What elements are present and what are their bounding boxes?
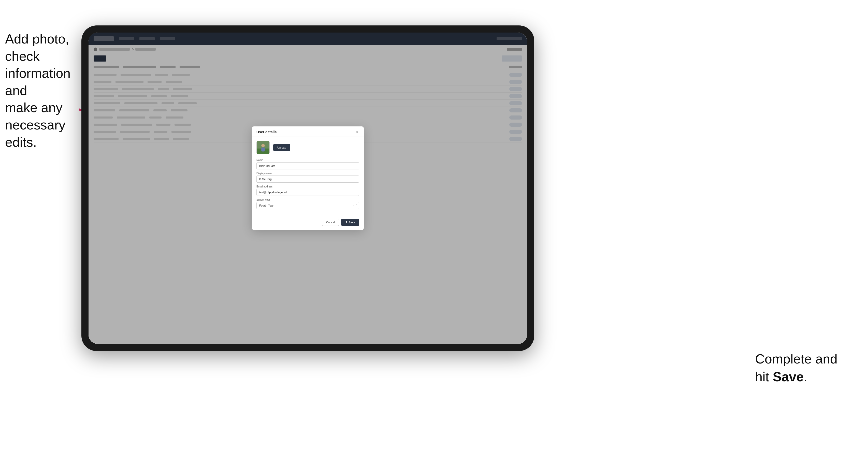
- school-year-field-group: School Year Fourth Year × ⌃: [256, 198, 359, 209]
- modal-footer: Cancel ⬆ Save: [252, 216, 364, 230]
- cancel-button[interactable]: Cancel: [322, 219, 339, 226]
- email-label: Email address: [256, 185, 359, 188]
- name-field-group: Name: [256, 159, 359, 169]
- chevron-down-icon[interactable]: ⌃: [355, 204, 358, 207]
- upload-photo-button[interactable]: Upload: [273, 144, 290, 151]
- save-button[interactable]: ⬆ Save: [341, 219, 359, 226]
- school-year-select-wrapper: Fourth Year × ⌃: [256, 202, 359, 209]
- display-name-field-group: Display name: [256, 172, 359, 183]
- annotation-right-line1: Complete and: [755, 351, 837, 366]
- user-photo-svg: [257, 141, 270, 154]
- name-label: Name: [256, 159, 359, 161]
- tablet-device: User details ×: [82, 25, 534, 351]
- annotation-left: Add photo, check information and make an…: [5, 31, 82, 151]
- school-year-value: Fourth Year: [259, 204, 274, 207]
- school-year-select[interactable]: Fourth Year: [256, 202, 359, 209]
- display-name-input[interactable]: [256, 176, 359, 183]
- annotation-right-line2: hit: [755, 369, 773, 384]
- save-icon: ⬆: [345, 221, 347, 224]
- app-background: User details ×: [89, 33, 527, 344]
- modal-overlay: User details ×: [89, 33, 527, 344]
- modal-title: User details: [256, 130, 277, 134]
- svg-rect-6: [261, 148, 265, 151]
- annotation-right: Complete and hit Save.: [755, 350, 837, 385]
- photo-section: Upload: [256, 141, 359, 154]
- tablet-screen: User details ×: [89, 33, 527, 344]
- clear-icon[interactable]: ×: [353, 204, 354, 207]
- annotation-right-bold: Save: [773, 369, 804, 384]
- modal-close-button[interactable]: ×: [355, 130, 359, 134]
- email-field-group: Email address: [256, 185, 359, 196]
- svg-point-5: [261, 144, 265, 147]
- select-icons: × ⌃: [353, 204, 358, 207]
- email-input[interactable]: [256, 189, 359, 196]
- modal-body: Upload Name Display name: [252, 137, 364, 216]
- save-label: Save: [348, 221, 355, 224]
- annotation-right-end: .: [804, 369, 807, 384]
- modal-header: User details ×: [252, 126, 364, 137]
- user-photo-thumbnail: [256, 141, 270, 154]
- school-year-label: School Year: [256, 198, 359, 201]
- name-input[interactable]: [256, 162, 359, 169]
- user-details-modal: User details ×: [252, 126, 364, 230]
- display-name-label: Display name: [256, 172, 359, 175]
